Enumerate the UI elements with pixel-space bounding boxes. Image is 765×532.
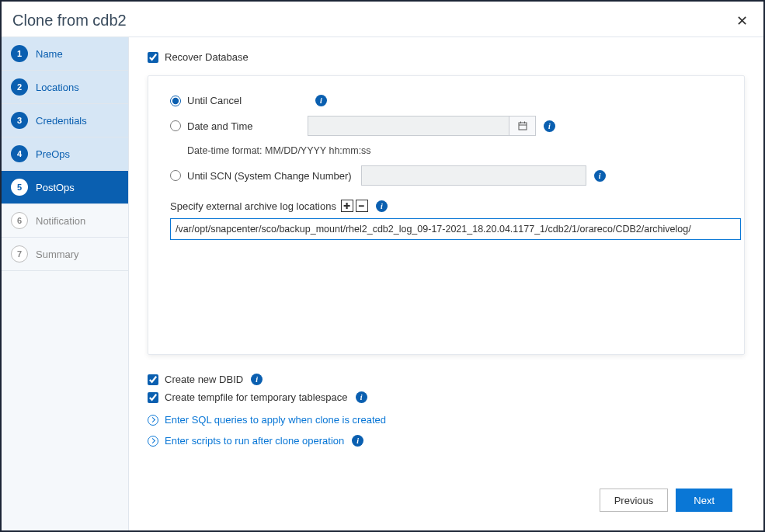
add-location-icon[interactable]: ✚ — [341, 200, 353, 212]
until-cancel-radio-row[interactable]: Until Cancel i — [170, 95, 722, 106]
dialog-header: Clone from cdb2 ✕ — [2, 2, 763, 37]
date-time-radio-row[interactable]: Date and Time i — [170, 116, 722, 136]
recover-database-label: Recover Database — [165, 51, 249, 63]
date-time-input[interactable] — [308, 116, 509, 136]
info-icon[interactable]: i — [251, 374, 263, 385]
info-icon[interactable]: i — [356, 391, 367, 403]
create-tempfile-checkbox[interactable]: Create tempfile for temporary tablespace… — [148, 391, 745, 403]
info-icon[interactable]: i — [594, 170, 606, 182]
step-name[interactable]: 1 Name — [2, 37, 128, 71]
date-time-radio[interactable] — [170, 120, 181, 131]
recover-database-input[interactable] — [148, 52, 158, 63]
sql-queries-label: Enter SQL queries to apply when clone is… — [165, 414, 386, 426]
step-label: Name — [36, 48, 63, 60]
calendar-icon[interactable] — [509, 116, 536, 136]
post-scripts-link[interactable]: Enter scripts to run after clone operati… — [148, 435, 745, 447]
archive-log-path-input[interactable] — [170, 218, 741, 240]
recover-database-checkbox[interactable]: Recover Database — [148, 51, 745, 63]
step-preops[interactable]: 4 PreOps — [2, 137, 128, 171]
archive-log-label: Specify external archive log locations — [170, 200, 336, 212]
step-number-icon: 3 — [11, 112, 28, 129]
datetime-format-hint: Date-time format: MM/DD/YYYY hh:mm:ss — [187, 145, 722, 156]
step-summary[interactable]: 7 Summary — [2, 238, 128, 271]
create-dbid-input[interactable] — [148, 374, 158, 385]
step-number-icon: 1 — [11, 45, 28, 62]
previous-button[interactable]: Previous — [600, 489, 669, 512]
next-button[interactable]: Next — [676, 489, 732, 512]
step-label: PreOps — [36, 148, 70, 160]
scn-input[interactable] — [361, 165, 586, 186]
post-scripts-label: Enter scripts to run after clone operati… — [165, 435, 344, 447]
remove-location-icon[interactable]: ━ — [356, 200, 368, 212]
close-icon[interactable]: ✕ — [733, 12, 751, 30]
step-number-icon: 7 — [11, 245, 28, 263]
create-dbid-label: Create new DBID — [165, 374, 243, 385]
info-icon[interactable]: i — [544, 120, 555, 132]
spacer — [148, 451, 745, 479]
step-notification[interactable]: 6 Notification — [2, 204, 128, 238]
step-locations[interactable]: 2 Locations — [2, 71, 128, 104]
step-number-icon: 5 — [11, 179, 28, 196]
content-panel: Recover Database Until Cancel i Date and… — [129, 37, 763, 530]
until-scn-radio-row[interactable]: Until SCN (System Change Number) i — [170, 165, 722, 186]
until-scn-radio[interactable] — [170, 170, 181, 181]
create-tempfile-input[interactable] — [148, 392, 158, 403]
step-credentials[interactable]: 3 Credentials — [2, 104, 128, 137]
step-number-icon: 6 — [11, 212, 28, 229]
info-icon[interactable]: i — [315, 95, 327, 106]
archive-log-spec-row: Specify external archive log locations ✚… — [170, 200, 722, 212]
recover-database-card: Until Cancel i Date and Time i Date-time… — [148, 75, 745, 355]
clone-dialog: Clone from cdb2 ✕ 1 Name 2 Locations 3 C… — [2, 2, 763, 530]
svg-rect-3 — [524, 122, 525, 124]
step-label: PostOps — [36, 182, 75, 193]
step-label: Notification — [36, 215, 85, 227]
date-time-label: Date and Time — [187, 120, 308, 132]
create-tempfile-label: Create tempfile for temporary tablespace — [165, 391, 348, 403]
dialog-body: 1 Name 2 Locations 3 Credentials 4 PreOp… — [2, 37, 763, 530]
svg-rect-0 — [519, 123, 527, 130]
svg-rect-2 — [520, 122, 521, 124]
until-cancel-label: Until Cancel — [187, 95, 308, 106]
until-scn-label: Until SCN (System Change Number) — [187, 170, 352, 182]
step-label: Credentials — [36, 115, 87, 127]
wizard-sidebar: 1 Name 2 Locations 3 Credentials 4 PreOp… — [2, 37, 129, 530]
step-number-icon: 2 — [11, 78, 28, 96]
until-cancel-radio[interactable] — [170, 96, 181, 106]
chevron-right-icon — [148, 436, 158, 447]
step-label: Summary — [36, 249, 79, 260]
chevron-right-icon — [148, 415, 158, 426]
sql-queries-link[interactable]: Enter SQL queries to apply when clone is… — [148, 414, 745, 426]
step-number-icon: 4 — [11, 145, 28, 162]
dialog-title: Clone from cdb2 — [12, 12, 127, 30]
create-dbid-checkbox[interactable]: Create new DBID i — [148, 374, 745, 385]
info-icon[interactable]: i — [352, 435, 363, 447]
step-postops[interactable]: 5 PostOps — [2, 171, 128, 204]
dialog-footer: Previous Next — [148, 479, 745, 523]
step-label: Locations — [36, 82, 79, 93]
info-icon[interactable]: i — [376, 200, 388, 212]
